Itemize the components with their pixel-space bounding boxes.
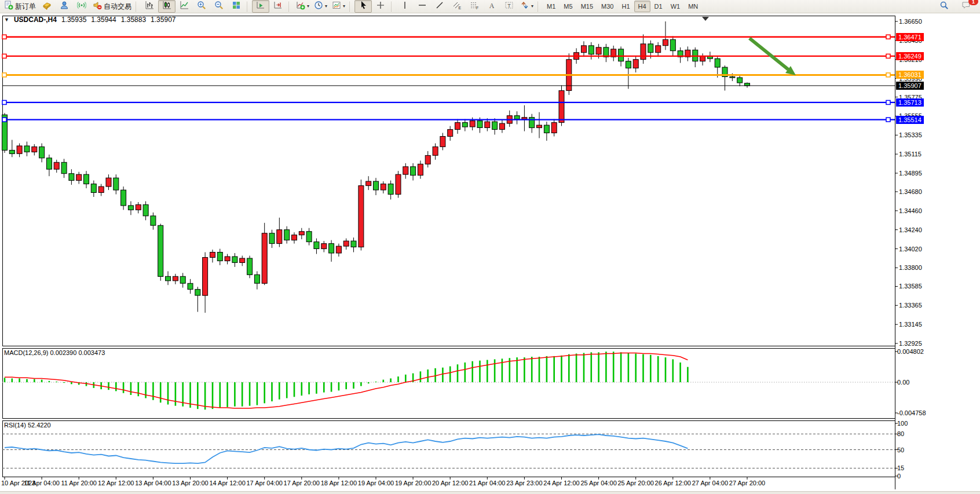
time-axis-label: 19 Apr 04:00	[358, 480, 394, 486]
chart-title: ▼ USDCAD-,H4 1.35935 1.35944 1.35883 1.3…	[4, 16, 176, 24]
time-axis-label: 27 Apr 20:00	[729, 480, 765, 486]
rsi-tick-label: 0	[897, 472, 901, 480]
time-axis-label: 13 Apr 20:00	[172, 480, 208, 486]
time-axis-label: 21 Apr 04:00	[469, 480, 505, 486]
chart-symbol-period: USDCAD-,H4	[14, 16, 57, 24]
price-tick-label: 1.33145	[899, 320, 922, 328]
time-axis-label: 25 Apr 04:00	[580, 480, 616, 486]
price-tick-label: 1.34680	[899, 188, 922, 196]
price-tick-label: 1.33365	[899, 301, 922, 309]
mt4-terminal: 新订单自动交易▾▾▾EFAT▾M1M5M15M30H1H4D1W1MN1 ▼ U…	[0, 0, 980, 494]
price-tick-label: 1.34020	[899, 245, 922, 253]
time-axis-label: 26 Apr 12:00	[655, 480, 691, 486]
candlesticks	[2, 21, 750, 313]
hline-price-flag: 1.35514	[896, 116, 924, 124]
time-axis-label: 14 Apr 12:00	[209, 480, 245, 486]
time-axis-label: 11 Apr 20:00	[61, 480, 97, 486]
time-axis-label: 24 Apr 12:00	[543, 480, 579, 486]
time-axis-label: 11 Apr 04:00	[24, 480, 60, 486]
window-bottom-edge	[0, 491, 980, 494]
price-tick-label: 1.35115	[899, 150, 922, 158]
chart-canvas[interactable]	[0, 0, 980, 494]
rsi-indicator-label: RSI(14) 52.4220	[4, 422, 51, 429]
rsi-line	[5, 434, 688, 463]
hline-pivot-2[interactable]	[2, 73, 895, 77]
price-tick-label: 1.33585	[899, 282, 922, 290]
rsi-tick-label: 100	[897, 419, 908, 427]
bar-close-value: 1.35907	[151, 16, 175, 24]
macd-tick-label: 0.00	[897, 378, 909, 386]
price-tick-label: 1.36650	[899, 17, 922, 25]
macd-tick-label: 0.004802	[897, 347, 924, 356]
rsi-level-lines	[2, 434, 895, 468]
time-axis-label: 13 Apr 04:00	[135, 480, 171, 486]
pane-frames	[3, 16, 895, 489]
time-axis-label: 23 Apr 23:00	[506, 480, 542, 486]
price-tick-label: 1.34895	[899, 169, 922, 177]
hline-price-flag: 1.35713	[896, 98, 924, 107]
rsi-tick-label: 50	[897, 446, 904, 454]
time-axis-label: 18 Apr 12:00	[321, 480, 357, 486]
chart-shift-marker[interactable]	[702, 17, 709, 21]
price-tick-label: 1.32925	[899, 339, 922, 347]
current-price-flag: 1.35907	[896, 82, 924, 90]
time-axis-label: 17 Apr 20:00	[284, 480, 320, 486]
macd-tick-label: -0.004758	[897, 409, 926, 417]
hline-price-flag: 1.36031	[896, 71, 924, 79]
hline-resistance-1[interactable]	[2, 54, 895, 58]
price-tick-label: 1.34460	[899, 207, 922, 215]
hline-support-3[interactable]	[2, 100, 895, 104]
time-axis-label: 27 Apr 04:00	[692, 480, 728, 486]
macd-signal-line	[5, 353, 688, 408]
price-tick-label: 1.33800	[899, 264, 922, 272]
price-tick-label: 1.34240	[899, 226, 922, 234]
macd-histogram	[4, 352, 689, 409]
bar-high-value: 1.35944	[91, 16, 116, 24]
time-axis-label: 17 Apr 04:00	[246, 480, 282, 486]
time-axis-label: 20 Apr 12:00	[432, 480, 468, 486]
bar-open-value: 1.35935	[61, 16, 86, 24]
price-tick-label: 1.35335	[899, 131, 922, 139]
macd-indicator-label: MACD(12,26,9) 0.002390 0.003473	[4, 349, 105, 356]
time-axis-label: 19 Apr 20:00	[395, 480, 431, 486]
rsi-tick-label: 15	[897, 464, 904, 472]
hline-resistance-0[interactable]	[2, 35, 895, 39]
one-click-trading-toggle-icon[interactable]: ▼	[4, 17, 9, 23]
hline-price-flag: 1.36249	[896, 52, 924, 60]
time-axis-label: 12 Apr 12:00	[98, 480, 134, 486]
bar-low-value: 1.35883	[121, 16, 146, 24]
hline-price-flag: 1.36471	[896, 33, 924, 41]
hline-support-4[interactable]	[2, 118, 895, 122]
time-axis-label: 25 Apr 20:00	[617, 480, 653, 486]
rsi-tick-label: 80	[897, 430, 904, 438]
